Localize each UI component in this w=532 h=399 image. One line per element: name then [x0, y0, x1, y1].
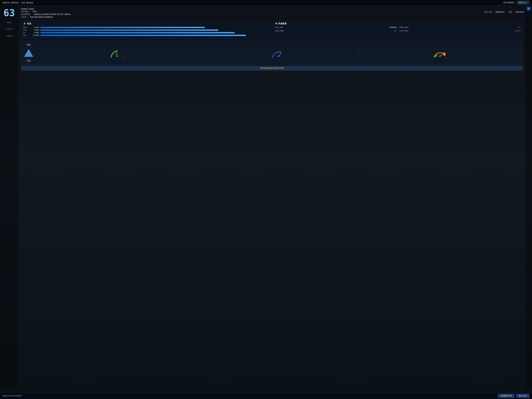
svg-point-2 [117, 49, 118, 49]
voltage-title: ⚡ 电压 [23, 22, 269, 25]
model-line: P8Z68-V GEN3 [21, 8, 523, 10]
temp-2: +/+28.0°C [5, 35, 13, 37]
voltage-title-text: 电压 [27, 22, 31, 25]
svg-point-6 [278, 56, 279, 57]
left-sidebar: 63 2021] +/+32.0°C +/+28.0°C [0, 5, 19, 389]
v33-voltage-row: 3.3V 3.248V [23, 29, 269, 31]
bios-version: 0301 [33, 10, 37, 13]
cha-fan1-value: N/A [394, 30, 397, 32]
cpu-fan-value: 1345RPM [389, 26, 397, 28]
pwr-fan1-header: PWR_FAN1 N/A [399, 26, 521, 28]
cpu-volt-bar [40, 27, 269, 28]
center-content: P8Z68-V GEN3 BIOS版本 ： 0301 处理器类型 ： Intel… [19, 5, 526, 389]
mem-line: 总内存 ： 8192 MB (DDR3 1648MHz) [21, 16, 523, 18]
svg-text:100: 100 [122, 57, 124, 58]
monitoring-section: ⚡ 电压 CPU 1.120V 3.3V 3.248V [21, 20, 523, 39]
top-bar: BIOS Utility - EZ Mode 退出/高级模式 简体中文 ▼ [0, 0, 532, 5]
svg-point-1 [117, 56, 118, 57]
v5-voltage-row: 5V 4.960V [23, 32, 269, 34]
cha-fan2-row: CHA_FAN2 518RPM [399, 30, 521, 32]
bios-screen: BIOS Utility - EZ Mode 退出/高级模式 简体中文 ▼ 63… [0, 0, 532, 399]
voltage-section: ⚡ 电压 CPU 1.120V 3.3V 3.248V [21, 20, 271, 39]
temperature-number: 63 [3, 8, 15, 18]
svg-text:0: 0 [433, 57, 434, 58]
svg-text:100: 100 [445, 57, 447, 58]
speed-label: 速度 [508, 11, 512, 13]
v12-voltage-row: 12V 12.000V [23, 34, 269, 36]
keyboard-hint: 键盘操作来决定开机顺序 [3, 395, 21, 397]
cpu-label: 处理器类型 [21, 13, 30, 16]
green-gauge-svg: 0 100 [109, 48, 125, 58]
lightning-icon: ⚡ [23, 22, 26, 25]
cpu-fan-label: CPU_FAN [275, 26, 283, 28]
main-area: 63 2021] +/+32.0°C +/+28.0°C P8Z68-V GEN… [0, 5, 532, 389]
bottom-bar: 键盘操作来决定开机顺序 启动菜单 (F8) 默认 (F5) [0, 393, 532, 399]
cha-fan1-row: CHA_FAN1 N/A [275, 30, 397, 32]
svg-text:0: 0 [111, 57, 111, 58]
top-bar-left: BIOS Utility - EZ Mode [3, 1, 33, 4]
model-value: P8Z68-V GEN3 [21, 8, 34, 10]
cpu-volt-value: 1.120V [31, 26, 39, 28]
cpu-fan-row: CPU_FAN 1345RPM [275, 26, 397, 29]
language-label: 简体中文 [518, 1, 526, 4]
fan-content: CPU_FAN 1345RPM PWR_FAN1 N/A [275, 26, 521, 32]
gauge-2: 0 100 [198, 46, 359, 59]
v12-volt-bar [40, 35, 269, 36]
bottom-buttons: 启动菜单 (F8) 默认 (F5) [498, 394, 529, 398]
pwr-fan1-row: PWR_FAN1 N/A [399, 26, 521, 29]
perf-gauges: 0 100 [37, 46, 520, 59]
system-info: P8Z68-V GEN3 BIOS版本 ： 0301 处理器类型 ： Intel… [21, 8, 523, 18]
mem-value: 8192 MB (DDR3 1648MHz) [30, 16, 53, 18]
year-display: 2021] [7, 21, 11, 24]
blue-gauge-svg: 0 100 [271, 48, 286, 58]
cha-fan2-value: 518RPM [514, 30, 521, 32]
v5-volt-bar [40, 32, 269, 33]
speed-value: 3432 MHz [516, 11, 524, 13]
svg-point-13 [439, 56, 440, 57]
cpu-line: 处理器类型 ： Intel(R) Core(TM) i5-2500K CPU @… [21, 13, 523, 16]
v33-volt-label: 3.3V [23, 29, 30, 31]
v12-volt-label: 12V [23, 34, 30, 36]
right-panel: + [526, 5, 532, 389]
cpu-voltage-row: CPU 1.120V [23, 26, 269, 28]
cha-fan1-label: CHA_FAN1 [275, 30, 284, 32]
energy-label: 节能 [23, 59, 34, 62]
quiet-label: 安静 [23, 44, 34, 46]
notification-bar: 高级选项或硬件设置已经更改 [21, 66, 523, 71]
triangle-icon [24, 49, 33, 57]
svg-text:100: 100 [284, 57, 286, 58]
exit-mode-button[interactable]: 退出/高级模式 [503, 1, 515, 4]
gauge-1: 0 100 [37, 46, 198, 59]
cha-fan2-header: CHA_FAN2 518RPM [399, 30, 521, 32]
date-line: 建立日期 ： 09/16/2011 [485, 11, 505, 13]
fan-title-text: 风扇速度 [278, 22, 287, 25]
flame-gauge-svg: 0 100 [432, 48, 448, 58]
language-selector[interactable]: 简体中文 ▼ [517, 1, 529, 5]
pwr-fan1-value: N/A [518, 26, 521, 28]
gauge-3: 0 100 [359, 46, 520, 59]
v12-volt-value: 12.000V [31, 34, 39, 36]
speed-line: 速度 ： 3432 MHz [508, 11, 524, 13]
cpu-value: Intel(R) Core(TM) i5-2500K CPU @ 3.30GHz [34, 13, 71, 16]
svg-text:0: 0 [272, 57, 272, 58]
plus-button[interactable]: + [527, 7, 531, 10]
v5-volt-value: 4.960V [31, 32, 39, 34]
date-value: 09/16/2011 [495, 11, 505, 13]
cha-fan1-header: CHA_FAN1 N/A [275, 30, 397, 32]
cha-fan2-label: CHA_FAN2 [399, 30, 408, 32]
default-button[interactable]: 默认 (F5) [516, 394, 529, 398]
mem-label: 总内存 [21, 16, 27, 18]
fan-title: ❄ 风扇速度 [275, 22, 521, 25]
date-label: 建立日期 [485, 11, 492, 13]
cpu-volt-label: CPU [23, 26, 30, 28]
cpu-fan-header: CPU_FAN 1345RPM [275, 26, 397, 28]
bios-line: BIOS版本 ： 0301 [21, 10, 523, 13]
fan-section: ❄ 风扇速度 CPU_FAN 1345RPM [273, 20, 523, 39]
bios-title: BIOS Utility - EZ Mode [3, 1, 33, 4]
boot-menu-button[interactable]: 启动菜单 (F8) [498, 394, 515, 398]
temp-1: +/+32.0°C [5, 28, 13, 30]
chevron-down-icon: ▼ [527, 2, 528, 3]
v33-volt-value: 3.248V [31, 29, 39, 31]
v33-volt-bar [40, 29, 269, 31]
top-bar-right: 退出/高级模式 简体中文 ▼ [503, 1, 529, 5]
